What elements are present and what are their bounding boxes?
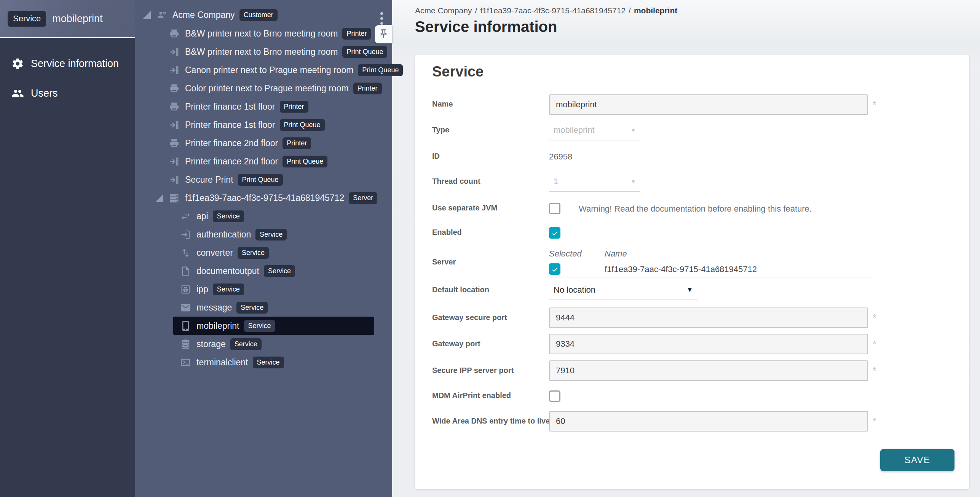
tree-node-badge: Service	[230, 338, 262, 350]
tree-node-printer[interactable]: B&W printer next to Brno meeting room Pr…	[135, 24, 392, 43]
use-separate-jvm-checkbox[interactable]	[549, 203, 560, 214]
collapse-triangle-icon[interactable]	[155, 194, 163, 202]
tree-node-service-documentoutput[interactable]: documentoutput Service	[135, 262, 392, 280]
server-row-name: f1f1ea39-7aac-4f3c-9715-41a681945712	[605, 264, 757, 274]
tree-node-badge: Service	[255, 229, 287, 241]
gear-icon	[11, 57, 24, 70]
printer-icon	[169, 83, 180, 94]
smartphone-icon	[180, 320, 191, 331]
tree-node-badge: Print Queue	[238, 174, 283, 186]
enabled-checkbox[interactable]	[549, 227, 560, 239]
pin-panel-button[interactable]	[375, 25, 392, 43]
tree-node-label: f1f1ea39-7aac-4f3c-9715-41a681945712	[185, 193, 344, 203]
tree-node-service-authentication[interactable]: authentication Service	[135, 225, 392, 244]
name-label: Name	[432, 100, 453, 108]
tree-node-service-terminalclient[interactable]: terminalclient Service	[135, 353, 392, 371]
server-icon	[169, 193, 180, 204]
save-button[interactable]: SAVE	[880, 449, 954, 471]
page-title: Service information	[415, 18, 557, 35]
tree-node-customer[interactable]: Acme Company Customer	[135, 5, 392, 24]
tree-node-service-mobileprint-selected[interactable]: mobileprint Service	[173, 317, 374, 335]
type-select-value: mobileprint	[554, 125, 595, 135]
tree-node-badge: Printer	[283, 137, 311, 149]
swap-vertical-icon	[180, 247, 191, 258]
tree-node-service-message[interactable]: message Service	[135, 298, 392, 317]
entity-tree-panel: Acme Company Customer B&W printer next t…	[135, 0, 392, 497]
mdm-airprint-label: MDM AirPrint enabled	[432, 391, 511, 400]
tree-node-print-queue[interactable]: B&W printer next to Brno meeting room Pr…	[135, 43, 392, 61]
sidebar-item-users[interactable]: Users	[0, 78, 135, 108]
entity-title: mobileprint	[52, 13, 102, 25]
print-queue-icon	[169, 65, 180, 76]
tree-node-print-queue[interactable]: Printer finance 1st floor Print Queue	[135, 116, 392, 134]
gateway-port-input[interactable]	[549, 334, 868, 354]
tree-node-badge: Service	[236, 302, 268, 314]
default-location-label: Default location	[432, 285, 489, 294]
jvm-warning-text: Warning! Read the documentation before e…	[579, 204, 812, 214]
sidebar-item-service-information[interactable]: Service information	[0, 49, 135, 78]
server-label: Server	[432, 258, 456, 266]
printer-icon	[169, 138, 180, 149]
server-column-selected: Selected	[549, 249, 582, 259]
tree-node-server[interactable]: f1f1ea39-7aac-4f3c-9715-41a681945712 Ser…	[135, 189, 392, 207]
tree-node-service-ipp[interactable]: ipp Service	[135, 280, 392, 298]
gateway-secure-port-input[interactable]	[549, 307, 868, 328]
breadcrumb: Acme Company/f1f1ea39-7aac-4f3c-9715-41a…	[415, 6, 677, 15]
tree-node-printer[interactable]: Printer finance 2nd floor Printer	[135, 134, 392, 152]
tree-node-print-queue[interactable]: Printer finance 2nd floor Print Queue	[135, 152, 392, 170]
secure-ipp-server-port-input[interactable]	[549, 360, 868, 381]
required-asterisk: *	[873, 99, 876, 110]
default-location-select[interactable]: No location	[549, 280, 697, 300]
tree-node-label: authentication	[196, 229, 251, 240]
tree-node-print-queue[interactable]: Canon printer next to Prague meeting roo…	[135, 61, 392, 79]
sidebar: Service mobileprint Service information …	[0, 0, 135, 497]
tree-node-badge: Printer	[353, 83, 382, 94]
tree-node-printer[interactable]: Color printer next to Prague meeting roo…	[135, 79, 392, 97]
gateway-port-label: Gateway port	[432, 339, 480, 348]
tree-node-label: Secure Print	[185, 175, 233, 185]
entity-type-badge: Service	[8, 11, 46, 27]
tree-node-badge: Printer	[280, 101, 308, 113]
required-asterisk: *	[873, 312, 876, 323]
tree-node-label: Printer finance 2nd floor	[185, 138, 278, 148]
tree-node-label: api	[196, 211, 208, 221]
main-content: Acme Company/f1f1ea39-7aac-4f3c-9715-41a…	[392, 0, 980, 497]
terminal-icon	[180, 357, 191, 368]
breadcrumb-separator: /	[475, 6, 477, 15]
app-window: Service mobileprint Service information …	[0, 0, 980, 497]
wide-area-dns-ttl-label: Wide Area DNS entry time to live	[432, 417, 550, 425]
required-asterisk: *	[873, 416, 876, 427]
breadcrumb-server[interactable]: f1f1ea39-7aac-4f3c-9715-41a681945712	[480, 6, 626, 15]
tree-node-badge: Server	[349, 192, 377, 204]
sidebar-item-label: Service information	[31, 58, 119, 70]
tree-node-badge: Print Queue	[342, 46, 387, 58]
printer-icon	[169, 101, 180, 112]
breadcrumb-separator: /	[629, 6, 631, 15]
tree-node-badge: Customer	[239, 9, 278, 21]
collapse-triangle-icon[interactable]	[143, 11, 151, 19]
tree-node-label: Canon printer next to Prague meeting roo…	[185, 65, 353, 75]
print-queue-icon	[169, 119, 180, 131]
tree-node-badge: Print Queue	[358, 64, 403, 76]
tree-node-service-api[interactable]: api Service	[135, 207, 392, 225]
customer-icon	[156, 10, 167, 21]
tree-node-service-storage[interactable]: storage Service	[135, 335, 392, 353]
type-select: mobileprint	[549, 121, 640, 140]
tree-node-label: Color printer next to Prague meeting roo…	[185, 83, 349, 94]
tree-node-printer[interactable]: Printer finance 1st floor Printer	[135, 97, 392, 116]
thread-count-label: Thread count	[432, 177, 480, 186]
breadcrumb-customer[interactable]: Acme Company	[415, 6, 472, 15]
tree-node-label: B&W printer next to Brno meeting room	[185, 47, 338, 57]
breadcrumb-current: mobileprint	[634, 6, 677, 15]
tree-node-service-converter[interactable]: converter Service	[135, 244, 392, 262]
gateway-secure-port-label: Gateway secure port	[432, 313, 507, 322]
print-queue-icon	[169, 46, 180, 57]
mdm-airprint-checkbox[interactable]	[549, 390, 560, 402]
wide-area-dns-ttl-input[interactable]	[549, 411, 868, 432]
form-section-heading: Service	[432, 64, 484, 80]
printer-icon	[169, 28, 180, 39]
name-input[interactable]	[549, 94, 868, 115]
server-row-checkbox[interactable]	[549, 263, 560, 275]
tree-node-print-queue[interactable]: Secure Print Print Queue	[135, 170, 392, 189]
tree-node-label: storage	[196, 339, 226, 349]
